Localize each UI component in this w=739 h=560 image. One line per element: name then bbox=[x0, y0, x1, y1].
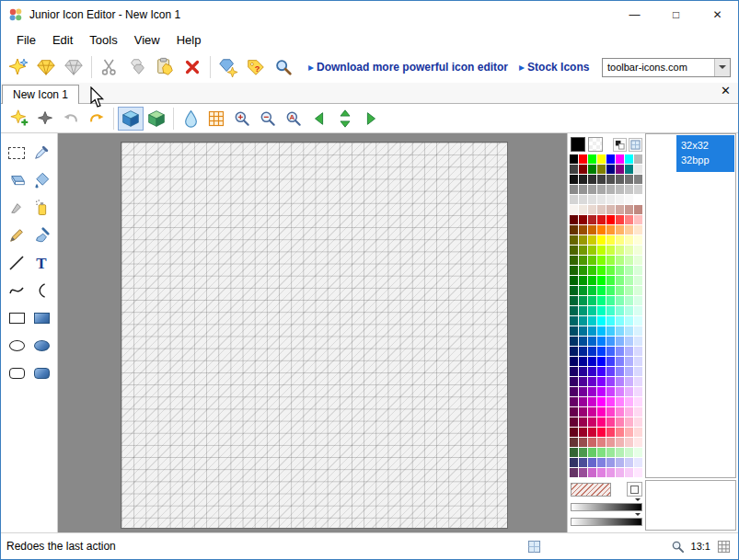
zoom-in-button[interactable] bbox=[229, 107, 255, 131]
palette-swatch-r24c2[interactable] bbox=[579, 387, 587, 396]
palette-swatch-r7c3[interactable] bbox=[588, 215, 596, 224]
hatch-pattern-swatch[interactable] bbox=[571, 483, 611, 497]
palette-swatch-r12c5[interactable] bbox=[606, 266, 615, 275]
palette-swatch-r1c6[interactable] bbox=[616, 154, 624, 164]
palette-swatch-r12c2[interactable] bbox=[579, 266, 587, 275]
palette-swatch-r7c8[interactable] bbox=[634, 215, 642, 224]
palette-swatch-r15c2[interactable] bbox=[579, 296, 587, 305]
palette-swatch-r11c7[interactable] bbox=[625, 256, 633, 265]
palette-swatch-r12c8[interactable] bbox=[634, 266, 642, 275]
palette-swatch-r17c5[interactable] bbox=[606, 316, 615, 326]
palette-swatch-r6c4[interactable] bbox=[597, 205, 606, 214]
palette-swatch-r5c3[interactable] bbox=[588, 195, 596, 204]
palette-swatch-r12c1[interactable] bbox=[570, 266, 578, 275]
palette-swatch-r18c3[interactable] bbox=[588, 326, 596, 336]
palette-swatch-r32c6[interactable] bbox=[616, 468, 624, 477]
help-button[interactable]: ? bbox=[242, 54, 270, 80]
palette-swatch-r13c3[interactable] bbox=[588, 276, 596, 285]
palette-swatch-r1c7[interactable] bbox=[625, 154, 633, 164]
text-tool[interactable]: T bbox=[29, 249, 54, 277]
palette-swatch-r30c2[interactable] bbox=[579, 448, 587, 457]
palette-swatch-r14c1[interactable] bbox=[570, 286, 578, 295]
minimize-button[interactable]: — bbox=[614, 1, 655, 29]
palette-swatch-r6c8[interactable] bbox=[634, 205, 642, 214]
palette-swatch-r20c6[interactable] bbox=[616, 347, 624, 356]
tab-new-icon-1[interactable]: New Icon 1 bbox=[2, 85, 79, 104]
palette-swatch-r13c4[interactable] bbox=[597, 276, 606, 285]
palette-swatch-r25c3[interactable] bbox=[588, 397, 596, 406]
open-button[interactable] bbox=[32, 54, 60, 80]
palette-swatch-r24c4[interactable] bbox=[597, 387, 606, 396]
palette-swatch-r4c2[interactable] bbox=[579, 185, 587, 194]
palette-swatch-r28c8[interactable] bbox=[634, 428, 642, 437]
palette-swatch-r6c5[interactable] bbox=[606, 205, 615, 214]
palette-swatch-r3c7[interactable] bbox=[625, 175, 633, 184]
palette-swatch-r26c1[interactable] bbox=[570, 407, 578, 417]
palette-swatch-r23c1[interactable] bbox=[570, 377, 578, 386]
palette-swatch-r27c4[interactable] bbox=[597, 417, 606, 427]
search-icons-button[interactable] bbox=[270, 54, 297, 80]
palette-swatch-r8c4[interactable] bbox=[597, 225, 606, 234]
palette-swatch-r2c6[interactable] bbox=[616, 165, 624, 174]
palette-swatch-r28c4[interactable] bbox=[597, 428, 606, 437]
palette-swatch-r17c4[interactable] bbox=[597, 316, 606, 326]
filled-rounded-rectangle-tool[interactable] bbox=[29, 360, 54, 387]
palette-swatch-r8c7[interactable] bbox=[625, 225, 633, 234]
palette-swatch-r30c4[interactable] bbox=[597, 448, 606, 457]
palette-swatch-r26c4[interactable] bbox=[597, 407, 606, 417]
palette-swatch-r15c1[interactable] bbox=[570, 296, 578, 305]
palette-swatch-r32c3[interactable] bbox=[588, 468, 596, 477]
palette-swatch-r2c8[interactable] bbox=[634, 165, 642, 174]
palette-swatch-r10c7[interactable] bbox=[625, 246, 633, 255]
palette-swatch-r25c2[interactable] bbox=[579, 397, 587, 406]
palette-swatch-r22c1[interactable] bbox=[570, 367, 578, 376]
palette-swatch-r3c8[interactable] bbox=[634, 175, 642, 184]
palette-swatch-r24c3[interactable] bbox=[588, 387, 596, 396]
palette-swatch-r15c8[interactable] bbox=[634, 296, 642, 305]
palette-swatch-r8c5[interactable] bbox=[606, 225, 615, 234]
palette-swatch-r16c1[interactable] bbox=[570, 306, 578, 315]
filled-ellipse-tool[interactable] bbox=[29, 332, 54, 360]
palette-swatch-r13c6[interactable] bbox=[616, 276, 624, 285]
palette-swatch-r11c3[interactable] bbox=[588, 256, 596, 265]
palette-swatch-r27c8[interactable] bbox=[634, 417, 642, 427]
format-other-button[interactable] bbox=[144, 107, 169, 131]
palette-swatch-r1c1[interactable] bbox=[570, 154, 578, 164]
palette-swatch-r2c7[interactable] bbox=[625, 165, 633, 174]
palette-swatch-r4c5[interactable] bbox=[606, 185, 615, 194]
palette-swatch-r20c4[interactable] bbox=[597, 347, 606, 356]
format-list-item[interactable]: 32x32 32bpp bbox=[647, 135, 734, 172]
palette-swatch-r27c2[interactable] bbox=[579, 417, 587, 427]
palette-swatch-r25c8[interactable] bbox=[634, 397, 642, 406]
filled-rectangle-tool[interactable] bbox=[29, 304, 54, 332]
palette-swatch-r26c8[interactable] bbox=[634, 407, 642, 417]
palette-swatch-r2c2[interactable] bbox=[579, 165, 587, 174]
palette-swatch-r7c2[interactable] bbox=[579, 215, 587, 224]
palette-swatch-r13c1[interactable] bbox=[570, 276, 578, 285]
palette-swatch-r12c3[interactable] bbox=[588, 266, 596, 275]
palette-swatch-r28c6[interactable] bbox=[616, 428, 624, 437]
palette-swatch-r23c6[interactable] bbox=[616, 377, 624, 386]
palette-swatch-r26c7[interactable] bbox=[625, 407, 633, 417]
download-editor-link[interactable]: ▸ Download more powerful icon editor bbox=[308, 61, 508, 74]
palette-swatch-r3c1[interactable] bbox=[570, 175, 578, 184]
palette-swatch-r32c1[interactable] bbox=[570, 468, 578, 477]
palette-swatch-r22c4[interactable] bbox=[597, 367, 606, 376]
ellipse-tool[interactable] bbox=[5, 332, 29, 360]
palette-swatch-r20c8[interactable] bbox=[634, 347, 642, 356]
palette-swatch-r1c4[interactable] bbox=[597, 154, 606, 164]
brush-tool[interactable] bbox=[29, 222, 54, 249]
maximize-button[interactable]: □ bbox=[655, 1, 697, 29]
palette-swatch-r5c5[interactable] bbox=[606, 195, 615, 204]
palette-swatch-r23c7[interactable] bbox=[625, 377, 633, 386]
palette-swatch-r19c4[interactable] bbox=[597, 337, 606, 346]
palette-swatch-r24c5[interactable] bbox=[606, 387, 615, 396]
palette-swatch-r21c4[interactable] bbox=[597, 357, 606, 366]
close-button[interactable]: ✕ bbox=[697, 1, 738, 29]
palette-swatch-r28c3[interactable] bbox=[588, 428, 596, 437]
palette-swatch-r10c2[interactable] bbox=[579, 246, 587, 255]
palette-swatch-r32c5[interactable] bbox=[606, 468, 615, 477]
palette-swatch-r19c1[interactable] bbox=[570, 337, 578, 346]
palette-swatch-r18c1[interactable] bbox=[570, 326, 578, 336]
rectangle-tool[interactable] bbox=[5, 304, 29, 332]
